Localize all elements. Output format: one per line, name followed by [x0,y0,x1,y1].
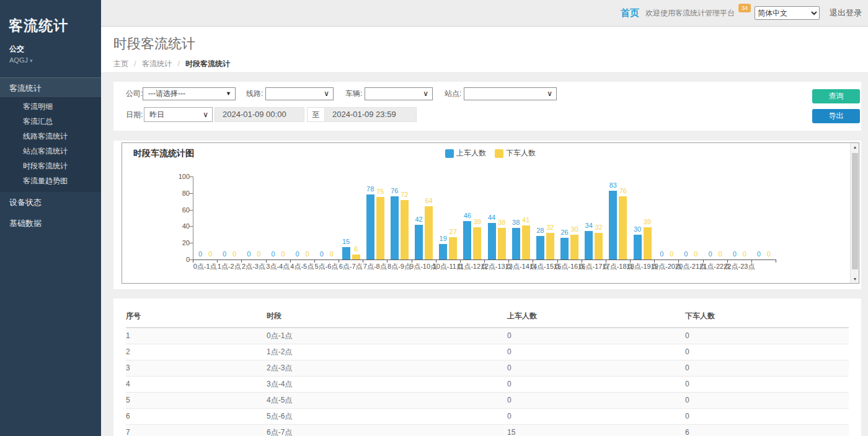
table-row: 32点-3点00 [126,360,849,376]
chart-scrollbar[interactable]: ▲ ▼ [850,143,859,283]
date-preset-select[interactable]: 昨日 ∨ [144,107,213,122]
y-axis-tick-label: 0 [165,256,190,263]
boarding-bar [512,228,520,259]
x-axis-category-label: 7点-8点 [363,262,387,271]
table-cell: 2点-3点 [267,360,507,376]
table-cell: 0 [685,328,849,344]
org-code-dropdown[interactable]: AQGJ ▾ [0,54,101,64]
topbar: 首页 欢迎使用客流统计管理平台 34 简体中文 退出登录 [101,0,868,27]
search-button[interactable]: 查询 [812,89,860,103]
sidebar-item-period-stats[interactable]: 时段客流统计 [0,159,101,173]
sidebar-item-station-stats[interactable]: 站点客流统计 [0,144,101,159]
y-axis-tick-label: 60 [165,206,190,214]
table-cell: 4 [126,376,267,392]
export-button[interactable]: 导出 [812,109,860,123]
language-select[interactable]: 简体中文 [755,6,820,20]
x-axis-category-label: 5点-6点 [314,262,338,271]
table-cell: 6 [126,408,267,424]
col-header-period: 时段 [267,307,507,328]
x-axis-category-label: 22点-23点 [724,262,755,271]
table-cell: 3点-4点 [267,376,507,392]
bar-value-label: 72 [394,191,415,198]
breadcrumb-home[interactable]: 主页 [113,59,128,68]
table-header-row: 序号 时段 上车人数 下车人数 [126,307,849,328]
sidebar-item-passenger-detail[interactable]: 客流明细 [0,99,101,114]
page-title: 时段客流统计 [113,27,868,53]
table-row: 54点-5点00 [126,392,849,408]
bar-value-label: 64 [418,197,440,204]
x-axis-category-label: 4点-5点 [290,262,314,271]
page-header: 时段客流统计 主页 / 客流统计 / 时段客流统计 [101,27,868,73]
table-cell: 2 [126,344,267,360]
sidebar-item-passenger-summary[interactable]: 客流汇总 [0,114,101,129]
vehicle-label: 车辆: [345,87,362,100]
table-cell: 1点-2点 [267,344,507,360]
alighting-bar [546,233,554,259]
table-cell: 0 [685,392,849,408]
line-select[interactable]: ∨ [265,87,334,100]
x-axis-tick [776,260,776,263]
y-axis-tick [189,243,193,243]
vehicle-select[interactable]: ∨ [365,87,433,100]
sidebar-item-trend-chart[interactable]: 客流量趋势图 [0,173,101,188]
bar-value-label: 39 [637,218,658,225]
chart-container: 时段车流统计图 上车人数 下车人数 0204060801000点-1点001点-… [122,142,859,284]
company-label: 公司: [126,87,143,100]
table-cell: 1 [126,328,267,344]
boarding-bar [609,191,617,259]
table-cell: 0 [685,376,849,392]
y-axis-tick-label: 80 [165,190,190,197]
scroll-down-icon[interactable]: ▼ [851,275,859,283]
y-axis-tick-label: 100 [165,173,190,180]
main-area: 首页 欢迎使用客流统计管理平台 34 简体中文 退出登录 时段客流统计 主页 /… [101,0,868,436]
breadcrumb-current: 时段客流统计 [185,59,230,68]
breadcrumb: 主页 / 客流统计 / 时段客流统计 [113,59,868,69]
table-row: 65点-6点00 [126,408,849,424]
period-stats-table: 序号 时段 上车人数 下车人数 10点-1点0021点-2点0032点-3点00… [126,307,849,436]
table-row: 10点-1点00 [126,328,849,344]
home-link[interactable]: 首页 [621,7,639,19]
sidebar-section-passenger-stats[interactable]: 客流统计 [0,77,101,98]
boarding-bar [439,244,447,259]
bar-value-label: 6 [345,245,366,253]
date-from-input[interactable]: 2024-01-09 00:00 [215,107,304,122]
table-cell: 5 [126,392,267,408]
y-axis-tick [189,193,193,194]
bar-value-label: 32 [588,224,609,231]
boarding-bar [366,194,374,259]
alighting-bar [425,206,433,259]
station-select[interactable]: ∨ [464,87,557,100]
table-cell: 15 [507,424,685,436]
alighting-bar [473,227,481,259]
scrollbar-thumb[interactable] [852,153,858,269]
x-axis-category-label: 0点-1点 [193,262,217,271]
date-to-input[interactable]: 2024-01-09 23:59 [324,107,417,122]
sidebar-item-line-stats[interactable]: 线路客流统计 [0,129,101,144]
sidebar-section-base-data[interactable]: 基础数据 [0,213,101,234]
table-cell: 0 [507,408,685,424]
y-axis-tick [189,177,193,177]
x-axis-category-label: 1点-2点 [218,262,241,271]
bar-value-label: 15 [335,238,356,245]
bar-value-label: 27 [443,228,464,235]
date-label: 日期: [126,107,143,122]
chevron-down-icon: ∨ [324,88,329,100]
dropdown-arrow-icon: ▼ [226,88,231,100]
table-cell: 4点-5点 [267,392,507,408]
breadcrumb-separator: / [177,59,179,68]
sidebar-section-device-status[interactable]: 设备状态 [0,192,101,213]
x-axis-category-label: 8点-9点 [388,262,411,271]
alighting-bar [595,233,603,259]
boarding-bar [585,231,593,259]
breadcrumb-passenger-stats[interactable]: 客流统计 [142,59,172,68]
table-cell: 0点-1点 [267,328,507,344]
boarding-bar [463,221,471,259]
y-axis-tick [189,226,193,227]
notification-badge: 34 [738,4,751,12]
logout-link[interactable]: 退出登录 [830,7,862,19]
scroll-up-icon[interactable]: ▲ [851,143,859,151]
alighting-bar [352,255,360,259]
alighting-bar [376,197,384,259]
company-select[interactable]: ---请选择--- ▼ [143,87,236,100]
boarding-bar [536,236,544,259]
